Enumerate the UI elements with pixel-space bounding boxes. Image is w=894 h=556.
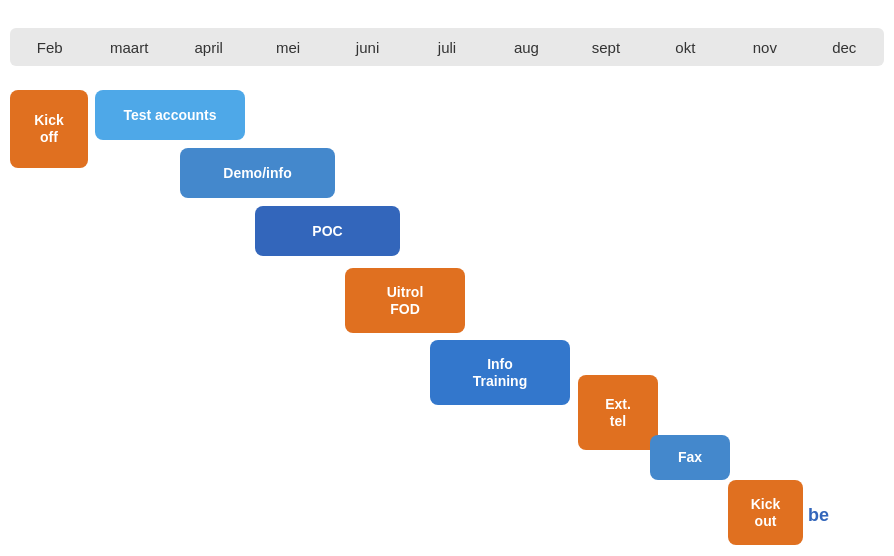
- month-label-april: april: [169, 39, 248, 56]
- test-accounts-block: Test accounts: [95, 90, 245, 140]
- month-label-dec: dec: [805, 39, 884, 56]
- month-label-Feb: Feb: [10, 39, 89, 56]
- month-label-aug: aug: [487, 39, 566, 56]
- info-training-block: Info Training: [430, 340, 570, 405]
- kick-off-block: Kick off: [10, 90, 88, 168]
- be-label: be: [808, 505, 829, 526]
- month-label-mei: mei: [248, 39, 327, 56]
- month-label-okt: okt: [646, 39, 725, 56]
- uitrol-fod-block: Uitrol FOD: [345, 268, 465, 333]
- month-label-juli: juli: [407, 39, 486, 56]
- month-label-nov: nov: [725, 39, 804, 56]
- month-label-maart: maart: [89, 39, 168, 56]
- header-bar: Febmaartaprilmeijunijuliaugseptoktnovdec: [10, 28, 884, 66]
- month-label-juni: juni: [328, 39, 407, 56]
- poc-block: POC: [255, 206, 400, 256]
- demo-info-block: Demo/info: [180, 148, 335, 198]
- kick-out-block: Kick out: [728, 480, 803, 545]
- fax-block: Fax: [650, 435, 730, 480]
- ext-tel-block: Ext. tel: [578, 375, 658, 450]
- timeline-container: Febmaartaprilmeijunijuliaugseptoktnovdec…: [0, 0, 894, 556]
- month-label-sept: sept: [566, 39, 645, 56]
